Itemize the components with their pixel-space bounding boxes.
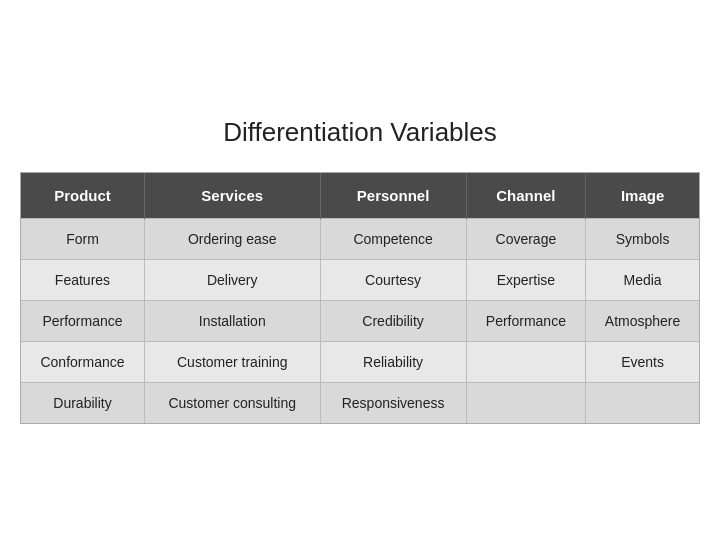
table-cell bbox=[466, 341, 585, 382]
table-cell bbox=[586, 382, 699, 423]
table-cell: Media bbox=[586, 259, 699, 300]
table-row: FormOrdering easeCompetenceCoverageSymbo… bbox=[21, 218, 699, 259]
table-row: DurabilityCustomer consultingResponsiven… bbox=[21, 382, 699, 423]
table-cell: Performance bbox=[466, 300, 585, 341]
table-cell: Courtesy bbox=[320, 259, 466, 300]
col-header-personnel: Personnel bbox=[320, 173, 466, 219]
table-cell: Events bbox=[586, 341, 699, 382]
table-wrapper: ProductServicesPersonnelChannelImage For… bbox=[20, 172, 700, 424]
table-cell: Competence bbox=[320, 218, 466, 259]
col-header-product: Product bbox=[21, 173, 144, 219]
table-cell: Expertise bbox=[466, 259, 585, 300]
col-header-services: Services bbox=[144, 173, 320, 219]
table-cell: Customer training bbox=[144, 341, 320, 382]
table-cell: Durability bbox=[21, 382, 144, 423]
table-header-row: ProductServicesPersonnelChannelImage bbox=[21, 173, 699, 219]
table-cell: Delivery bbox=[144, 259, 320, 300]
table-row: PerformanceInstallationCredibilityPerfor… bbox=[21, 300, 699, 341]
table-cell: Atmosphere bbox=[586, 300, 699, 341]
col-header-image: Image bbox=[586, 173, 699, 219]
table-cell: Credibility bbox=[320, 300, 466, 341]
table-row: ConformanceCustomer trainingReliabilityE… bbox=[21, 341, 699, 382]
table-cell: Customer consulting bbox=[144, 382, 320, 423]
table-cell: Responsiveness bbox=[320, 382, 466, 423]
table-cell: Symbols bbox=[586, 218, 699, 259]
page-container: Differentiation Variables ProductService… bbox=[20, 117, 700, 424]
table-cell: Form bbox=[21, 218, 144, 259]
table-row: FeaturesDeliveryCourtesyExpertiseMedia bbox=[21, 259, 699, 300]
table-cell: Conformance bbox=[21, 341, 144, 382]
table-cell: Features bbox=[21, 259, 144, 300]
table-cell: Reliability bbox=[320, 341, 466, 382]
col-header-channel: Channel bbox=[466, 173, 585, 219]
table-body: FormOrdering easeCompetenceCoverageSymbo… bbox=[21, 218, 699, 423]
table-cell: Coverage bbox=[466, 218, 585, 259]
table-cell: Ordering ease bbox=[144, 218, 320, 259]
table-cell: Installation bbox=[144, 300, 320, 341]
differentiation-table: ProductServicesPersonnelChannelImage For… bbox=[21, 173, 699, 423]
table-cell bbox=[466, 382, 585, 423]
table-cell: Performance bbox=[21, 300, 144, 341]
page-title: Differentiation Variables bbox=[20, 117, 700, 148]
